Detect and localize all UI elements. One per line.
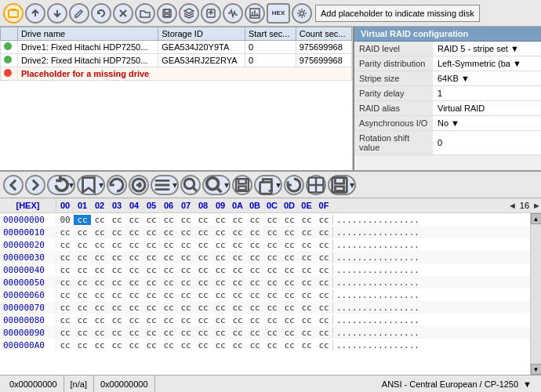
hex-byte-6-0[interactable]: cc	[56, 290, 74, 300]
hex-byte-4-13[interactable]: cc	[281, 265, 298, 275]
hex-byte-4-12[interactable]: cc	[263, 265, 281, 275]
prev-page-button[interactable]: ◄	[508, 201, 517, 210]
hex-byte-9-13[interactable]: cc	[281, 328, 298, 338]
hex-byte-9-5[interactable]: cc	[143, 328, 160, 338]
hex-byte-4-10[interactable]: cc	[229, 265, 246, 275]
hex-byte-10-14[interactable]: cc	[298, 340, 315, 350]
hex-byte-5-2[interactable]: cc	[91, 278, 108, 288]
scroll-down-button[interactable]: ▼	[531, 364, 542, 375]
hex-byte-1-13[interactable]: cc	[281, 227, 298, 238]
hex-byte-10-10[interactable]: cc	[229, 340, 246, 350]
hex-byte-6-12[interactable]: cc	[263, 290, 281, 300]
hex-byte-0-2[interactable]: cc	[91, 215, 108, 225]
hex-byte-10-1[interactable]: cc	[74, 340, 91, 350]
placeholder-row[interactable]: Placeholder for a missing drive	[1, 67, 352, 81]
hex-byte-0-13[interactable]: cc	[281, 215, 298, 225]
hex-byte-1-0[interactable]: cc	[56, 227, 74, 238]
hex-byte-9-8[interactable]: cc	[194, 328, 212, 338]
hex-byte-3-8[interactable]: cc	[194, 252, 212, 263]
hex-byte-6-13[interactable]: cc	[281, 290, 298, 300]
drive-row-1[interactable]: Drive1: Fixed Hitachi HDP7250... GEA534J…	[1, 41, 352, 54]
hex-byte-2-4[interactable]: cc	[125, 240, 143, 250]
hex-byte-3-14[interactable]: cc	[298, 252, 315, 263]
hex-byte-4-9[interactable]: cc	[212, 265, 229, 275]
hex-byte-6-11[interactable]: cc	[246, 290, 263, 300]
hex-byte-5-10[interactable]: cc	[229, 278, 246, 288]
hex-byte-4-4[interactable]: cc	[125, 265, 143, 275]
hex-byte-9-6[interactable]: cc	[160, 328, 177, 338]
hex-byte-0-12[interactable]: cc	[263, 215, 281, 225]
hex-scrollbar[interactable]: ▲ ▼	[530, 213, 541, 375]
hex-byte-1-8[interactable]: cc	[194, 227, 212, 238]
hex-byte-1-3[interactable]: cc	[108, 227, 125, 238]
settings-button[interactable]	[292, 3, 312, 24]
hex-byte-1-7[interactable]: cc	[177, 227, 194, 238]
next-page-button[interactable]: ►	[532, 201, 541, 210]
drive-row-2[interactable]: Drive2: Fixed Hitachi HDP7250... GEA534R…	[1, 54, 352, 67]
hex-byte-0-1[interactable]: cc	[74, 215, 91, 225]
hex-byte-5-4[interactable]: cc	[125, 278, 143, 288]
hex-byte-2-14[interactable]: cc	[298, 240, 315, 250]
hex-byte-8-3[interactable]: cc	[108, 315, 125, 325]
hex-byte-8-1[interactable]: cc	[74, 315, 91, 325]
hex-byte-5-7[interactable]: cc	[177, 278, 194, 288]
hex-byte-10-15[interactable]: cc	[315, 340, 332, 350]
hex-byte-0-8[interactable]: cc	[194, 215, 212, 225]
col-drive-name[interactable]: Drive name	[18, 27, 158, 41]
hex-byte-8-15[interactable]: cc	[315, 315, 332, 325]
hex-byte-7-15[interactable]: cc	[315, 303, 332, 313]
hex-byte-4-15[interactable]: cc	[315, 265, 332, 275]
hex-byte-10-12[interactable]: cc	[263, 340, 281, 350]
hex-byte-6-2[interactable]: cc	[91, 290, 108, 300]
hex-byte-3-3[interactable]: cc	[108, 252, 125, 263]
save2-button[interactable]	[232, 175, 252, 195]
redo-button[interactable]: ▾	[47, 175, 75, 195]
hex-byte-8-4[interactable]: cc	[125, 315, 143, 325]
hex-byte-6-7[interactable]: cc	[177, 290, 194, 300]
hex-byte-4-5[interactable]: cc	[143, 265, 160, 275]
hex-byte-0-10[interactable]: cc	[229, 215, 246, 225]
hex-byte-8-0[interactable]: cc	[56, 315, 74, 325]
hex-byte-6-15[interactable]: cc	[315, 290, 332, 300]
save-with-arrow-button[interactable]: ▾	[328, 175, 356, 195]
hex-byte-7-1[interactable]: cc	[74, 303, 91, 313]
hex-byte-0-9[interactable]: cc	[212, 215, 229, 225]
hex-byte-1-15[interactable]: cc	[315, 227, 332, 238]
hex-byte-9-7[interactable]: cc	[177, 328, 194, 338]
hex-byte-4-7[interactable]: cc	[177, 265, 194, 275]
refresh-button[interactable]	[107, 175, 127, 195]
hex-byte-9-0[interactable]: cc	[56, 328, 74, 338]
encoding-dropdown-icon[interactable]: ▼	[523, 379, 532, 389]
hex-byte-10-6[interactable]: cc	[160, 340, 177, 350]
hex-byte-0-14[interactable]: cc	[298, 215, 315, 225]
hex-byte-9-15[interactable]: cc	[315, 328, 332, 338]
hex-byte-2-8[interactable]: cc	[194, 240, 212, 250]
hex-byte-2-3[interactable]: cc	[108, 240, 125, 250]
hex-byte-5-12[interactable]: cc	[263, 278, 281, 288]
hex-byte-6-8[interactable]: cc	[194, 290, 212, 300]
hex-byte-3-13[interactable]: cc	[281, 252, 298, 263]
hex-byte-5-5[interactable]: cc	[143, 278, 160, 288]
col-start-sec[interactable]: Start sec...	[245, 27, 296, 41]
waveform-button[interactable]	[223, 3, 243, 24]
hex-byte-5-6[interactable]: cc	[160, 278, 177, 288]
hex-byte-1-10[interactable]: cc	[229, 227, 246, 238]
hex-byte-5-14[interactable]: cc	[298, 278, 315, 288]
hex-byte-8-5[interactable]: cc	[143, 315, 160, 325]
hex-byte-9-9[interactable]: cc	[212, 328, 229, 338]
hex-byte-1-2[interactable]: cc	[91, 227, 108, 238]
layers-button[interactable]	[179, 3, 199, 24]
hex-byte-7-7[interactable]: cc	[177, 303, 194, 313]
cycle-button[interactable]	[284, 175, 304, 195]
hex-byte-8-8[interactable]: cc	[194, 315, 212, 325]
copy-button[interactable]: ▾	[254, 175, 282, 195]
hex-byte-9-12[interactable]: cc	[263, 328, 281, 338]
close-button[interactable]	[113, 3, 133, 24]
hex-byte-3-12[interactable]: cc	[263, 252, 281, 263]
hex-byte-3-4[interactable]: cc	[125, 252, 143, 263]
hex-byte-7-9[interactable]: cc	[212, 303, 229, 313]
hex-byte-2-6[interactable]: cc	[160, 240, 177, 250]
hex-byte-6-1[interactable]: cc	[74, 290, 91, 300]
hex-byte-0-0[interactable]: 00	[56, 215, 74, 225]
hex-byte-9-14[interactable]: cc	[298, 328, 315, 338]
